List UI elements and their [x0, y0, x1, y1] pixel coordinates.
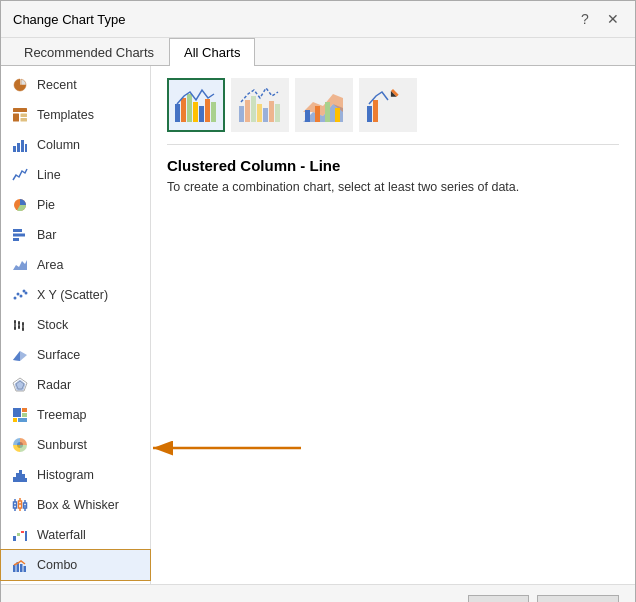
svg-rect-62 [24, 566, 27, 572]
cancel-button[interactable]: Cancel [537, 595, 619, 602]
svg-rect-5 [17, 143, 20, 152]
svg-rect-73 [257, 104, 262, 122]
area-icon [11, 256, 29, 274]
surface-icon [11, 346, 29, 364]
svg-rect-65 [187, 94, 192, 122]
help-button[interactable]: ? [575, 9, 595, 29]
chart-name: Clustered Column - Line To create a comb… [167, 157, 619, 194]
svg-rect-71 [245, 100, 250, 122]
scatter-icon [11, 286, 29, 304]
sidebar-item-stock[interactable]: Stock [1, 310, 150, 340]
svg-rect-2 [21, 114, 28, 118]
svg-rect-3 [21, 118, 28, 122]
sidebar-label-scatter: X Y (Scatter) [37, 288, 108, 302]
chart-option-clustered-column-line-secondary[interactable] [231, 78, 289, 132]
tabs-bar: Recommended Charts All Charts [1, 38, 635, 66]
close-button[interactable]: ✕ [603, 9, 623, 29]
sidebar-item-waterfall[interactable]: Waterfall [1, 520, 150, 550]
svg-rect-82 [335, 108, 340, 122]
footer: OK Cancel [1, 584, 635, 602]
chart-option-stacked-area-column[interactable] [295, 78, 353, 132]
sidebar-item-box-whisker[interactable]: Box & Whisker [1, 490, 150, 520]
svg-rect-36 [18, 418, 27, 422]
svg-rect-69 [211, 102, 216, 122]
treemap-icon [11, 406, 29, 424]
svg-rect-61 [20, 564, 23, 572]
sidebar-item-histogram[interactable]: Histogram [1, 460, 150, 490]
svg-rect-1 [13, 114, 19, 122]
svg-rect-55 [13, 536, 16, 541]
svg-rect-63 [175, 104, 180, 122]
svg-rect-74 [263, 108, 268, 122]
sidebar-label-line: Line [37, 168, 61, 182]
svg-rect-42 [25, 478, 27, 482]
sidebar-item-recent[interactable]: Recent [1, 70, 150, 100]
svg-rect-80 [315, 106, 320, 122]
sidebar-label-combo: Combo [37, 558, 77, 572]
stock-icon [11, 316, 29, 334]
svg-rect-68 [205, 99, 210, 122]
sidebar-item-area[interactable]: Area [1, 250, 150, 280]
sidebar-item-surface[interactable]: Surface [1, 340, 150, 370]
svg-rect-56 [17, 533, 20, 536]
svg-rect-84 [373, 100, 378, 122]
svg-rect-72 [251, 96, 256, 122]
bar-icon [11, 226, 29, 244]
chart-options [167, 78, 619, 145]
sidebar-item-scatter[interactable]: X Y (Scatter) [1, 280, 150, 310]
sidebar-label-stock: Stock [37, 318, 68, 332]
svg-rect-64 [181, 98, 186, 122]
svg-rect-6 [21, 140, 24, 152]
svg-rect-4 [13, 146, 16, 152]
svg-rect-57 [21, 531, 24, 533]
chart-option-custom[interactable] [359, 78, 417, 132]
svg-rect-58 [25, 531, 27, 541]
box-whisker-icon [11, 496, 29, 514]
sidebar-label-histogram: Histogram [37, 468, 94, 482]
svg-rect-75 [269, 101, 274, 122]
svg-rect-39 [16, 473, 19, 482]
svg-marker-28 [13, 351, 20, 361]
title-bar: Change Chart Type ? ✕ [1, 1, 635, 38]
chart-description: To create a combination chart, select at… [167, 180, 619, 194]
svg-rect-33 [22, 408, 27, 412]
chart-title: Clustered Column - Line [167, 157, 619, 174]
sidebar-item-line[interactable]: Line [1, 160, 150, 190]
dialog-title: Change Chart Type [13, 12, 126, 27]
sidebar-item-templates[interactable]: Templates [1, 100, 150, 130]
sidebar-item-combo[interactable]: Combo [1, 550, 150, 580]
sidebar-item-radar[interactable]: Radar [1, 370, 150, 400]
sidebar-label-box-whisker: Box & Whisker [37, 498, 119, 512]
sidebar-item-pie[interactable]: Pie [1, 190, 150, 220]
sidebar-item-bar[interactable]: Bar [1, 220, 150, 250]
sunburst-icon [11, 436, 29, 454]
tab-recommended-charts[interactable]: Recommended Charts [9, 38, 169, 66]
line-icon [11, 166, 29, 184]
sidebar-label-bar: Bar [37, 228, 56, 242]
radar-icon [11, 376, 29, 394]
svg-rect-0 [13, 108, 27, 112]
sidebar-item-sunburst[interactable]: Sunburst [1, 430, 150, 460]
svg-rect-41 [22, 474, 25, 482]
sidebar-item-column[interactable]: Column [1, 130, 150, 160]
svg-rect-83 [367, 106, 372, 122]
sidebar-label-templates: Templates [37, 108, 94, 122]
tab-all-charts[interactable]: All Charts [169, 38, 255, 66]
main-panel: Clustered Column - Line To create a comb… [151, 66, 635, 584]
sidebar-label-pie: Pie [37, 198, 55, 212]
svg-marker-31 [15, 380, 25, 390]
sidebar-label-waterfall: Waterfall [37, 528, 86, 542]
ok-button[interactable]: OK [468, 595, 529, 602]
chart-option-clustered-column-line[interactable] [167, 78, 225, 132]
svg-point-15 [20, 295, 23, 298]
svg-marker-12 [13, 260, 27, 270]
svg-point-17 [25, 292, 28, 295]
combo-icon [11, 556, 29, 574]
sidebar-label-recent: Recent [37, 78, 77, 92]
sidebar-item-treemap[interactable]: Treemap [1, 400, 150, 430]
sidebar-label-radar: Radar [37, 378, 71, 392]
svg-rect-76 [275, 104, 280, 122]
sidebar-label-treemap: Treemap [37, 408, 87, 422]
svg-rect-32 [13, 408, 21, 417]
svg-rect-67 [199, 106, 204, 122]
